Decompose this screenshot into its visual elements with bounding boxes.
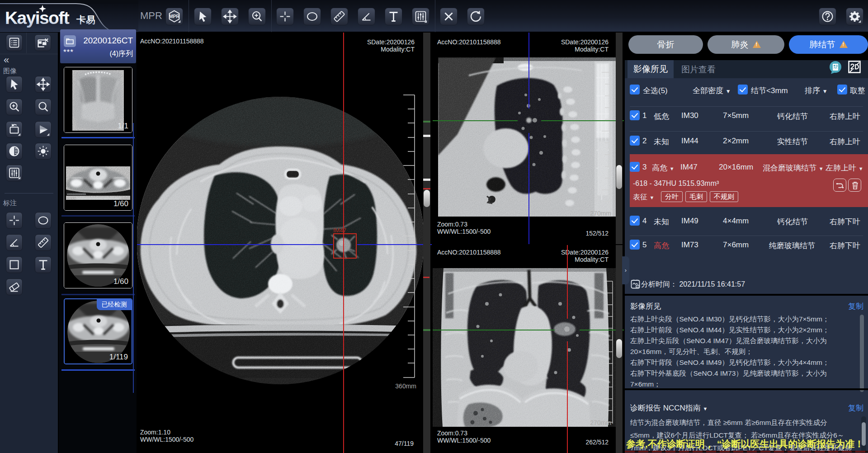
svg-text:卡易: 卡易 bbox=[76, 14, 95, 25]
svg-text:Kayisoft: Kayisoft bbox=[5, 8, 70, 28]
